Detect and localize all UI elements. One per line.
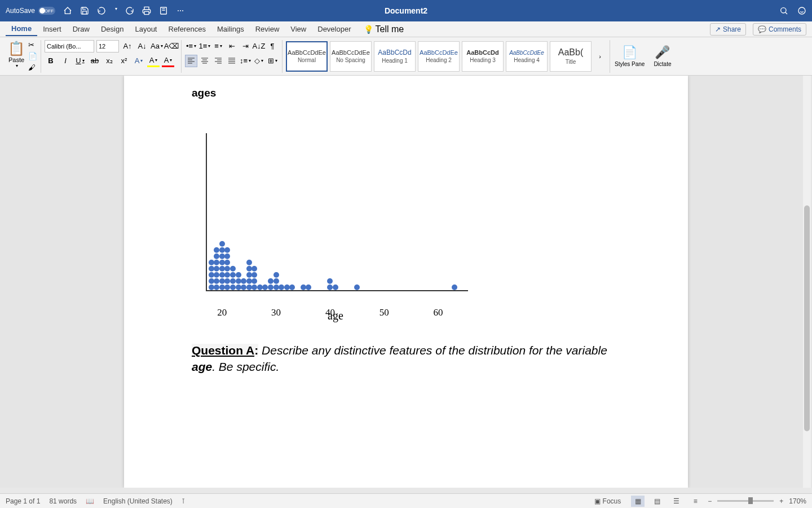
- document-page[interactable]: ages 2030405060 age Question A: Describe…: [124, 76, 688, 488]
- web-layout-view-button[interactable]: ▤: [650, 496, 664, 507]
- toggle-switch[interactable]: OFF: [38, 7, 55, 15]
- dictate-button[interactable]: 🎤 Dictate: [649, 45, 676, 67]
- template-icon[interactable]: [159, 6, 168, 15]
- font-color-icon[interactable]: A▾: [162, 55, 174, 67]
- style-nospacing[interactable]: AaBbCcDdEe No Spacing: [330, 41, 372, 72]
- page-status[interactable]: Page 1 of 1: [6, 497, 40, 505]
- cut-icon[interactable]: ✂: [28, 41, 37, 50]
- comments-button[interactable]: 💬 Comments: [753, 23, 806, 36]
- format-painter-icon[interactable]: 🖌: [28, 63, 37, 72]
- superscript-button[interactable]: x²: [118, 55, 130, 67]
- justify-button[interactable]: [226, 55, 238, 67]
- increase-font-icon[interactable]: A↑: [121, 40, 134, 52]
- style-heading4[interactable]: AaBbCcDdEe Heading 4: [506, 41, 548, 72]
- decrease-font-icon[interactable]: A↓: [136, 40, 148, 52]
- paste-label[interactable]: Paste: [8, 56, 24, 63]
- style-heading3[interactable]: AaBbCcDd Heading 3: [462, 41, 504, 72]
- undo-dropdown-icon[interactable]: ▾: [115, 6, 117, 15]
- share-icon: ↗: [715, 25, 721, 33]
- toggle-state: OFF: [45, 8, 54, 14]
- focus-icon: ▣: [594, 497, 601, 505]
- tab-design[interactable]: Design: [95, 23, 129, 36]
- zoom-in-button[interactable]: +: [779, 497, 783, 505]
- align-left-button[interactable]: [185, 55, 197, 67]
- track-changes-icon[interactable]: ⊺: [182, 497, 185, 505]
- italic-button[interactable]: I: [59, 55, 72, 67]
- tab-view[interactable]: View: [285, 23, 312, 36]
- print-icon[interactable]: [142, 6, 151, 15]
- highlight-icon[interactable]: A▾: [147, 55, 160, 67]
- tellme-search[interactable]: 💡 Tell me: [364, 24, 404, 34]
- increase-indent-icon[interactable]: ⇥: [239, 40, 251, 52]
- zoom-slider[interactable]: [717, 500, 774, 502]
- show-marks-icon[interactable]: ¶: [266, 40, 279, 52]
- outline-view-button[interactable]: ☰: [669, 496, 683, 507]
- numbering-icon[interactable]: 1≡▾: [198, 40, 211, 52]
- tab-developer[interactable]: Developer: [312, 23, 356, 36]
- smiley-icon[interactable]: [797, 6, 806, 15]
- copy-icon[interactable]: 📄: [28, 52, 37, 61]
- word-count[interactable]: 81 words: [49, 497, 77, 505]
- tab-references[interactable]: References: [163, 23, 211, 36]
- clear-formatting-icon[interactable]: A⌫: [165, 40, 178, 52]
- language-status[interactable]: English (United States): [103, 497, 173, 505]
- search-icon[interactable]: [779, 6, 788, 15]
- tab-home[interactable]: Home: [6, 22, 37, 36]
- decrease-indent-icon[interactable]: ⇤: [226, 40, 238, 52]
- vertical-scrollbar[interactable]: [803, 76, 811, 488]
- subscript-button[interactable]: x₂: [103, 55, 116, 67]
- save-icon[interactable]: [80, 6, 89, 15]
- underline-button[interactable]: U▾: [74, 55, 86, 67]
- style-normal[interactable]: AaBbCcDdEe Normal: [286, 41, 328, 72]
- tab-insert[interactable]: Insert: [37, 23, 67, 36]
- text-effects-icon[interactable]: A▾: [133, 55, 145, 67]
- strikethrough-button[interactable]: ab: [89, 55, 101, 67]
- tab-draw[interactable]: Draw: [67, 23, 95, 36]
- paste-icon[interactable]: 📋: [8, 41, 25, 56]
- svg-point-1: [178, 10, 179, 11]
- styles-more-icon[interactable]: ›: [594, 50, 606, 63]
- style-title[interactable]: AaBb( Title: [550, 41, 592, 72]
- more-icon[interactable]: [176, 6, 185, 15]
- home-icon[interactable]: [63, 6, 72, 15]
- dot: [246, 278, 252, 284]
- dot: [219, 278, 225, 284]
- comments-label: Comments: [769, 25, 801, 33]
- redo-icon[interactable]: [125, 6, 134, 15]
- tab-mailings[interactable]: Mailings: [211, 23, 250, 36]
- borders-icon[interactable]: ⊞▾: [266, 55, 279, 67]
- tab-layout[interactable]: Layout: [129, 23, 162, 36]
- scroll-thumb[interactable]: [804, 205, 810, 431]
- style-heading1[interactable]: AaBbCcDd Heading 1: [374, 41, 416, 72]
- print-layout-view-button[interactable]: ▦: [631, 496, 645, 507]
- focus-mode-button[interactable]: ▣ Focus: [590, 496, 626, 506]
- change-case-icon[interactable]: Aa▾: [151, 40, 163, 52]
- font-name-select[interactable]: [45, 40, 94, 52]
- style-heading2[interactable]: AaBbCcDdEe Heading 2: [418, 41, 460, 72]
- sort-icon[interactable]: A↓Z: [253, 40, 265, 52]
- spellcheck-icon[interactable]: 📖: [86, 497, 94, 505]
- paste-dropdown-icon[interactable]: ▾: [16, 63, 18, 68]
- shading-icon[interactable]: ◇▾: [253, 55, 265, 67]
- font-size-select[interactable]: [96, 40, 119, 52]
- dot: [273, 272, 279, 278]
- draft-view-button[interactable]: ≡: [689, 496, 702, 507]
- autosave-toggle[interactable]: AutoSave OFF: [6, 7, 55, 15]
- align-center-button[interactable]: [198, 55, 211, 67]
- line-spacing-icon[interactable]: ↕≡▾: [239, 55, 251, 67]
- dictate-label: Dictate: [654, 61, 671, 67]
- zoom-thumb[interactable]: [748, 497, 753, 504]
- align-right-button[interactable]: [212, 55, 224, 67]
- dot: [289, 284, 295, 290]
- bullets-icon[interactable]: •≡▾: [185, 40, 197, 52]
- multilevel-icon[interactable]: ≡▾: [212, 40, 224, 52]
- style-preview: AaBbCcDdEe: [332, 49, 370, 56]
- styles-pane-button[interactable]: 📄 Styles Pane: [610, 45, 649, 67]
- bold-button[interactable]: B: [45, 55, 57, 67]
- dot: [224, 266, 230, 271]
- tab-review[interactable]: Review: [250, 23, 285, 36]
- share-button[interactable]: ↗ Share: [710, 23, 746, 36]
- undo-icon[interactable]: [97, 6, 106, 15]
- zoom-out-button[interactable]: −: [708, 497, 712, 505]
- zoom-level[interactable]: 170%: [789, 497, 806, 505]
